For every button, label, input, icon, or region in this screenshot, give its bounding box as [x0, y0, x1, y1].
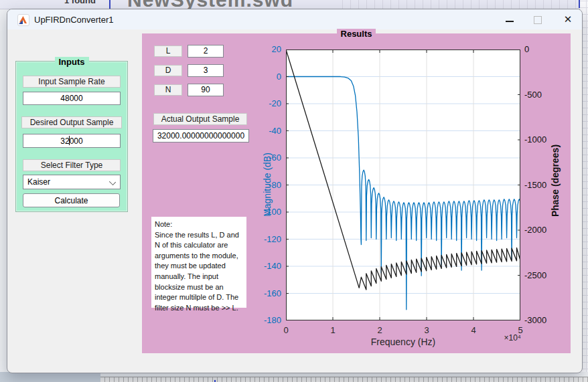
inputs-panel-title: Inputs [55, 57, 89, 67]
magnitude-curve [286, 77, 520, 310]
filter-type-label: Select Filter Type [23, 159, 121, 171]
minimize-icon [506, 21, 514, 22]
background-bottom-left-block [0, 372, 100, 382]
d-value-field[interactable]: 3 [188, 64, 224, 77]
desired-output-rate-field[interactable] [23, 134, 121, 148]
x-tick-label: 2 [370, 325, 390, 335]
right-tick-label: -2000 [524, 225, 565, 235]
left-tick-label: -180 [256, 315, 281, 325]
background-grid-pattern [335, 0, 588, 9]
filter-type-dropdown[interactable]: Kaiser [23, 175, 121, 189]
n-label: N [154, 84, 182, 96]
matlab-membrane-icon [19, 16, 27, 23]
right-tick-label: -2500 [524, 270, 565, 280]
results-panel: Results L 2 D 3 N 90 Actual Output Sampl… [141, 33, 571, 354]
left-tick-label: -120 [256, 234, 281, 244]
actual-output-rate-label: Actual Output Sample Rate [153, 113, 247, 125]
desired-output-rate-label: Desired Output Sample Rate [21, 116, 122, 128]
title-bar[interactable]: UpFIRDnConverter1 ✕ [7, 9, 582, 29]
l-label: L [154, 45, 182, 57]
left-tick-label: 20 [256, 44, 281, 54]
maximize-icon [534, 16, 542, 24]
calculate-button[interactable]: Calculate [23, 193, 120, 207]
inputs-panel-title-wrap: Inputs [16, 56, 127, 68]
x-tick-label: 0 [276, 325, 296, 335]
right-tick-label: 0 [524, 44, 565, 54]
right-tick-label: -1000 [524, 134, 565, 145]
x-tick-label: 5 [510, 325, 530, 335]
left-tick-label: 0 [256, 72, 281, 82]
x-tick-label: 4 [463, 325, 484, 335]
l-value-field[interactable]: 2 [188, 45, 224, 58]
phase-curve [286, 50, 520, 290]
left-tick-label: -100 [256, 207, 281, 217]
app-window: UpFIRDnConverter1 ✕ Inputs Input Sample … [7, 9, 583, 373]
background-search-result-text: 1 found [64, 0, 96, 5]
background-document-title: NewSystem.swd [127, 0, 293, 9]
note-text: Note: Since the results L, D and N of th… [151, 217, 246, 308]
d-label: D [154, 65, 182, 76]
timeline-ruler [100, 377, 588, 382]
matlab-app-icon [17, 14, 29, 26]
left-tick-label: -160 [256, 288, 281, 298]
magnitude-phase-chart [286, 50, 520, 320]
background-bottom-strip [0, 372, 588, 382]
x-tick-label: 3 [417, 325, 437, 335]
right-tick-label: -1500 [524, 180, 565, 190]
left-tick-label: -20 [256, 98, 281, 108]
input-sample-rate-field[interactable] [23, 92, 121, 105]
left-tick-label: -80 [256, 180, 281, 190]
background-blue-divider [109, 0, 111, 9]
right-tick-label: -3000 [524, 315, 565, 325]
left-tick-label: -60 [256, 153, 281, 163]
filter-type-selected: Kaiser [27, 177, 50, 187]
text-caret [69, 136, 70, 145]
background-top-strip: 1 found NewSystem.swd [0, 0, 588, 9]
left-tick-label: -140 [256, 261, 281, 271]
actual-output-rate-field[interactable]: 32000.00000000000000 [153, 129, 249, 142]
minimize-button[interactable] [500, 12, 519, 27]
plot-wrap: Magnitude (dB) Phase (degrees) Frequency… [256, 43, 571, 358]
input-sample-rate-label: Input Sample Rate [23, 76, 121, 88]
background-blue-line-top-right [579, 0, 580, 8]
inputs-panel: Inputs Input Sample Rate Desired Output … [15, 61, 128, 212]
screen: 1 found NewSystem.swd UpFIRDnConverter1 … [0, 0, 588, 382]
n-value-field[interactable]: 90 [188, 84, 224, 96]
right-tick-label: -500 [524, 90, 565, 100]
x-tick-label: 1 [323, 325, 343, 335]
results-panel-title: Results [337, 29, 376, 39]
close-button[interactable]: ✕ [558, 11, 578, 28]
chevron-down-icon [109, 179, 116, 185]
window-title: UpFIRDnConverter1 [34, 15, 114, 25]
desired-output-rate-value[interactable] [23, 134, 120, 147]
input-sample-rate-value[interactable] [23, 92, 120, 104]
maximize-button[interactable] [528, 12, 547, 27]
left-tick-label: -40 [256, 126, 281, 136]
